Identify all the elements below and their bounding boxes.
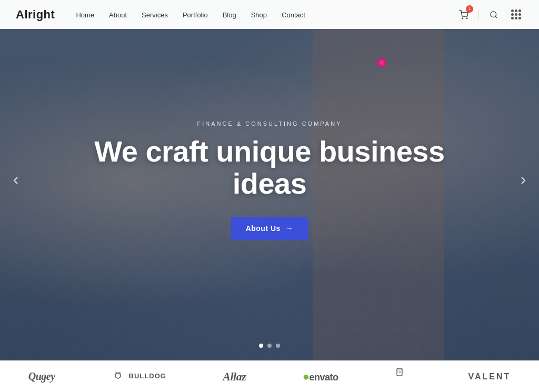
- grid-menu-button[interactable]: [508, 7, 523, 22]
- nav-link-about[interactable]: About: [109, 11, 127, 19]
- nav-link-portfolio[interactable]: Portfolio: [183, 11, 208, 19]
- svg-point-1: [466, 18, 467, 19]
- hero-cta-label: About Us: [246, 224, 281, 233]
- cart-button[interactable]: 1: [456, 7, 471, 22]
- nav-divider: [478, 9, 479, 20]
- nav-links: Home About Services Portfolio Blog Shop …: [76, 10, 456, 19]
- search-button[interactable]: [486, 7, 501, 22]
- nav-item-services[interactable]: Services: [142, 10, 168, 19]
- slider-dot-1[interactable]: [259, 344, 263, 348]
- logo-allaz: Allaz: [223, 370, 246, 384]
- logo-envato: ●envato: [303, 370, 338, 384]
- hero-cta-button[interactable]: About Us →: [231, 217, 308, 240]
- navbar: Alright Home About Services Portfolio Bl…: [0, 0, 539, 29]
- nav-link-shop[interactable]: Shop: [251, 11, 267, 19]
- logo-qugey: Qugey: [28, 370, 55, 383]
- svg-point-3: [115, 373, 121, 378]
- slider-next-button[interactable]: [513, 170, 534, 191]
- hero-subtitle: Finance & Consulting Company: [85, 120, 454, 127]
- hero-title: We craft unique business ideas: [85, 135, 454, 200]
- navbar-actions: 1: [456, 7, 523, 22]
- cart-badge: 1: [466, 5, 473, 13]
- nav-item-about[interactable]: About: [109, 10, 127, 19]
- nav-item-contact[interactable]: Contact: [282, 10, 305, 19]
- svg-point-0: [462, 18, 463, 19]
- nav-item-home[interactable]: Home: [76, 10, 94, 19]
- svg-rect-5: [397, 368, 402, 372]
- nav-item-portfolio[interactable]: Portfolio: [183, 10, 208, 19]
- logo-bulldog: BULLDOG: [112, 370, 166, 383]
- nav-link-services[interactable]: Services: [142, 11, 168, 19]
- hero-section: Finance & Consulting Company We craft un…: [0, 0, 539, 360]
- grid-icon: [511, 9, 521, 19]
- brand-logo[interactable]: Alright: [16, 8, 55, 22]
- hero-decorative-dot: [377, 58, 386, 67]
- nav-link-home[interactable]: Home: [76, 11, 94, 19]
- nav-link-contact[interactable]: Contact: [282, 11, 305, 19]
- nav-link-blog[interactable]: Blog: [223, 11, 236, 19]
- logo-unknown: [395, 366, 412, 387]
- slider-dot-2[interactable]: [267, 344, 272, 348]
- slider-dots: [259, 344, 280, 348]
- hero-cta-arrow: →: [286, 224, 294, 233]
- slider-prev-button[interactable]: [5, 170, 26, 191]
- logos-strip: Qugey BULLDOG Allaz ●envato VALENT: [0, 360, 539, 392]
- logo-valent: VALENT: [468, 372, 511, 381]
- nav-item-shop[interactable]: Shop: [251, 10, 267, 19]
- nav-item-blog[interactable]: Blog: [223, 10, 236, 19]
- hero-content: Finance & Consulting Company We craft un…: [85, 120, 454, 240]
- slider-dot-3[interactable]: [276, 344, 280, 348]
- svg-point-2: [491, 12, 496, 17]
